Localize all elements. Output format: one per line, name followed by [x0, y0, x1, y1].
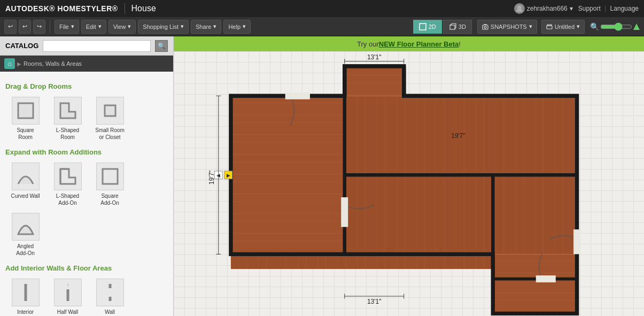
interior-wall-label: InteriorWall	[17, 309, 34, 316]
home-icon: ⌂	[7, 60, 11, 67]
edit-label: Edit	[86, 24, 96, 30]
help-menu[interactable]: Help ▾	[223, 20, 251, 34]
curved-wall-icon	[12, 163, 40, 190]
square-room-item[interactable]: SquareRoom	[5, 95, 45, 143]
zoom-arrow-icon	[633, 24, 640, 30]
svg-rect-36	[493, 254, 577, 313]
camera-icon	[482, 24, 488, 30]
search-button[interactable]: 🔍	[155, 40, 168, 52]
section-title-walls: Add Interior Walls & Floor Areas	[5, 264, 168, 272]
user-dropdown-arrow[interactable]: ▾	[570, 5, 573, 12]
title-divider	[125, 3, 125, 14]
angled-addon-icon	[12, 213, 40, 241]
l-shaped-room-item[interactable]: L-ShapedRoom	[48, 95, 88, 143]
svg-text:13'1": 13'1"	[367, 53, 382, 61]
l-shaped-addon-icon	[54, 163, 82, 190]
view-3d-button[interactable]: 3D	[443, 20, 472, 34]
half-wall-item[interactable]: Half Wall	[48, 276, 88, 316]
wall-opening-label: WallOpening	[100, 309, 120, 316]
undo-button[interactable]: ↩	[4, 20, 17, 34]
app-brand: AUTODESK® HOMESTYLER®	[5, 4, 118, 13]
l-shaped-room-icon	[54, 97, 82, 125]
svg-text:▶: ▶	[227, 173, 230, 178]
section-title-additions: Expand with Room Additions	[5, 148, 168, 156]
small-room-icon	[96, 97, 124, 125]
svg-rect-35	[345, 66, 404, 96]
zoom-slider[interactable]	[600, 22, 632, 31]
svg-rect-14	[103, 169, 118, 184]
link-separator: |	[604, 5, 606, 12]
shopping-list-label: Shopping List	[143, 24, 179, 30]
angled-addon-item[interactable]: AngledAdd-On	[5, 211, 45, 259]
half-wall-icon	[54, 279, 82, 306]
svg-marker-7	[633, 24, 640, 30]
undo2-icon: ↩	[22, 23, 27, 30]
l-shaped-addon-item[interactable]: L-ShapedAdd-On	[48, 160, 88, 209]
svg-rect-2	[450, 25, 455, 29]
view-2d-button[interactable]: 2D	[413, 20, 442, 34]
shopping-arrow: ▾	[181, 23, 184, 30]
svg-rect-43	[285, 93, 310, 99]
nav-breadcrumb: ⌂ ▶ Rooms, Walls & Areas	[0, 56, 173, 72]
main-layout: CATALOG 🔍 ⌂ ▶ Rooms, Walls & Areas Drag …	[0, 36, 644, 316]
support-link[interactable]: Support	[578, 5, 601, 12]
view-menu[interactable]: View ▾	[108, 20, 136, 34]
share-label: Share	[196, 24, 211, 30]
snapshots-button[interactable]: SNAPSHOTS ▾	[477, 20, 537, 34]
share-menu[interactable]: Share ▾	[191, 20, 221, 34]
user-info[interactable]: zehrakhan666 ▾	[514, 3, 573, 14]
svg-rect-5	[547, 26, 552, 29]
canvas-area: Try our NEW Floor Planner Beta !	[174, 36, 644, 316]
interior-wall-icon	[12, 279, 40, 306]
section-title-rooms: Drag & Drop Rooms	[5, 82, 168, 90]
view-label: View	[113, 24, 126, 30]
promo-link[interactable]: NEW Floor Planner Beta	[379, 40, 459, 48]
zoom-controls: 🔍	[590, 22, 640, 31]
svg-text:19'7": 19'7"	[451, 132, 465, 140]
home-nav-button[interactable]: ⌂	[4, 58, 15, 69]
svg-rect-44	[341, 197, 348, 227]
untitled-button[interactable]: Untitled ▾	[541, 20, 585, 34]
share-arrow: ▾	[213, 23, 216, 30]
half-wall-label: Half Wall	[57, 309, 79, 315]
search-icon: 🔍	[158, 42, 166, 50]
top-right-area: zehrakhan666 ▾ Support | Language	[514, 3, 639, 14]
square-addon-item[interactable]: SquareAdd-On	[90, 160, 130, 209]
promo-suffix: !	[459, 40, 461, 48]
2d-icon	[419, 23, 426, 30]
svg-marker-11	[60, 169, 75, 184]
catalog-header: CATALOG 🔍	[0, 36, 173, 56]
square-addon-icon	[96, 163, 124, 190]
zoom-icon: 🔍	[590, 22, 599, 31]
undo-icon: ↩	[8, 23, 13, 30]
floorplan-svg[interactable]: ◀ ▶ 13'1" 19'7" 19'7"	[174, 51, 644, 316]
wall-opening-icon	[96, 279, 124, 306]
svg-point-4	[484, 26, 486, 28]
svg-marker-9	[60, 103, 75, 118]
undo2-button[interactable]: ↩	[19, 20, 31, 34]
svg-rect-6	[547, 25, 552, 26]
svg-rect-46	[573, 229, 580, 254]
username-label[interactable]: zehrakhan666	[527, 5, 568, 12]
view-arrow: ▾	[128, 23, 131, 30]
language-link[interactable]: Language	[610, 5, 639, 12]
search-input[interactable]	[43, 40, 151, 52]
file-label: File	[59, 24, 69, 30]
shopping-list-menu[interactable]: Shopping List ▾	[138, 20, 189, 34]
edit-arrow: ▾	[98, 23, 102, 30]
file-menu[interactable]: File ▾	[55, 20, 79, 34]
user-avatar	[514, 3, 525, 14]
toolbar-divider	[50, 20, 50, 33]
walls-grid: InteriorWall Half Wall	[5, 276, 168, 316]
floor-canvas[interactable]: ◀ ▶ 13'1" 19'7" 19'7"	[174, 51, 644, 316]
edit-menu[interactable]: Edit ▾	[81, 20, 106, 34]
top-links: Support | Language	[578, 5, 639, 12]
left-panel: CATALOG 🔍 ⌂ ▶ Rooms, Walls & Areas Drag …	[0, 36, 174, 316]
redo-button[interactable]: ↪	[33, 20, 45, 34]
curved-wall-item[interactable]: Curved Wall	[5, 160, 45, 209]
wall-opening-item[interactable]: WallOpening	[90, 276, 130, 316]
small-room-item[interactable]: Small Roomor Closet	[90, 95, 130, 143]
interior-wall-item[interactable]: InteriorWall	[5, 276, 45, 316]
l-shaped-room-label: L-ShapedRoom	[56, 127, 79, 141]
nav-arrow-icon: ▶	[17, 61, 21, 67]
